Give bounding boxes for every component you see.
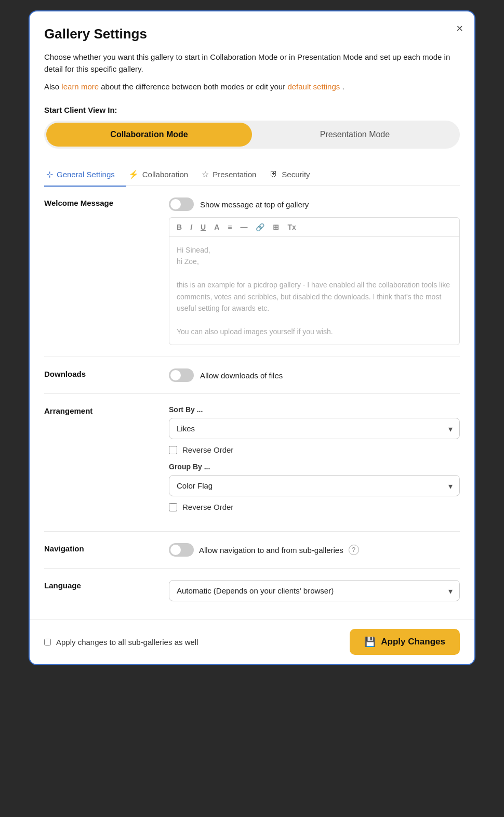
modal-header: Gallery Settings × Choose whether you wa… [30, 11, 474, 149]
apply-changes-icon: 💾 [364, 636, 376, 648]
toolbar-font-color[interactable]: A [212, 222, 221, 232]
downloads-toggle-row: Allow downloads of files [169, 368, 460, 382]
welcome-message-editor: B I U A ≡ — 🔗 ⊞ Tx Hi Sinead, hi [169, 217, 460, 345]
sort-by-wrapper: Likes Date Name Custom ▾ [169, 418, 460, 439]
start-client-label: Start Client View In: [44, 106, 460, 114]
navigation-toggle[interactable] [169, 543, 194, 557]
downloads-toggle-label: Allow downloads of files [200, 371, 283, 380]
description-prefix: Also [44, 82, 61, 91]
presentation-mode-button[interactable]: Presentation Mode [252, 123, 458, 147]
welcome-message-toggle-label: Show message at top of gallery [200, 200, 309, 209]
general-settings-icon: ⊹ [46, 169, 53, 179]
navigation-help-icon[interactable]: ? [349, 545, 359, 555]
tab-general-settings[interactable]: ⊹ General Settings [44, 163, 126, 187]
toolbar-table[interactable]: ⊞ [271, 222, 281, 232]
mode-toggle: Collaboration Mode Presentation Mode [44, 121, 460, 149]
welcome-message-content: Show message at top of gallery B I U A ≡… [169, 197, 460, 345]
tab-collaboration-label: Collaboration [142, 170, 188, 179]
modal-title: Gallery Settings [44, 26, 460, 42]
description-suffix: . [342, 82, 344, 91]
apply-changes-button[interactable]: 💾 Apply Changes [350, 629, 460, 655]
welcome-message-toggle[interactable] [169, 197, 194, 211]
tab-presentation[interactable]: ☆ Presentation [200, 163, 268, 187]
tab-security[interactable]: ⛨ Security [268, 163, 321, 187]
downloads-content: Allow downloads of files [169, 368, 460, 382]
collaboration-icon: ⚡ [128, 169, 139, 179]
language-row: Language Automatic (Depends on your clie… [44, 569, 460, 619]
arrangement-content: Sort By ... Likes Date Name Custom ▾ Rev… [169, 405, 460, 520]
arrangement-label: Arrangement [44, 405, 158, 415]
toolbar-clear-format[interactable]: Tx [285, 222, 298, 232]
apply-all-sub-galleries-checkbox[interactable] [44, 639, 51, 645]
arrangement-row: Arrangement Sort By ... Likes Date Name … [44, 394, 460, 532]
group-reverse-checkbox[interactable] [169, 503, 177, 511]
toolbar-underline[interactable]: U [198, 222, 208, 232]
sort-by-label: Sort By ... [169, 405, 460, 414]
modal-description-links: Also learn more about the difference bet… [44, 81, 460, 93]
language-content: Automatic (Depends on your clients' brow… [169, 580, 460, 608]
group-reverse-label: Reverse Order [182, 503, 233, 511]
toolbar-link[interactable]: 🔗 [254, 222, 267, 232]
apply-changes-label: Apply Changes [381, 637, 445, 647]
navigation-row: Navigation Allow navigation to and from … [44, 532, 460, 569]
language-select[interactable]: Automatic (Depends on your clients' brow… [169, 580, 460, 601]
editor-body: this is an example for a picdrop gallery… [177, 279, 452, 314]
close-button[interactable]: × [454, 21, 465, 36]
tab-security-label: Security [282, 170, 310, 179]
language-label: Language [44, 580, 158, 590]
editor-content[interactable]: Hi Sinead, hi Zoe, this is an example fo… [169, 237, 459, 345]
apply-all-sub-galleries-label: Apply changes to all sub-galleries as we… [56, 638, 198, 647]
footer-checkbox-row: Apply changes to all sub-galleries as we… [44, 638, 198, 647]
sort-reverse-order-row: Reverse Order [169, 445, 460, 454]
modal-overlay: Gallery Settings × Choose whether you wa… [0, 0, 504, 817]
learn-more-link[interactable]: learn more [61, 82, 99, 91]
group-reverse-order-row: Reverse Order [169, 503, 460, 511]
editor-toolbar: B I U A ≡ — 🔗 ⊞ Tx [169, 218, 459, 237]
settings-body: Welcome Message Show message at top of g… [30, 186, 474, 619]
security-icon: ⛨ [270, 169, 278, 179]
downloads-toggle[interactable] [169, 368, 194, 382]
downloads-row: Downloads Allow downloads of files [44, 357, 460, 394]
tab-collaboration[interactable]: ⚡ Collaboration [126, 163, 200, 187]
navigation-label: Navigation [44, 543, 158, 553]
language-wrapper: Automatic (Depends on your clients' brow… [169, 580, 460, 601]
group-by-wrapper: Color Flag None Date Name ▾ [169, 475, 460, 496]
welcome-message-row: Welcome Message Show message at top of g… [44, 186, 460, 357]
navigation-toggle-label: Allow navigation to and from sub-galleri… [199, 546, 343, 555]
modal-description: Choose whether you want this gallery to … [44, 51, 460, 75]
group-by-label: Group By ... [169, 463, 460, 471]
toolbar-unordered-list[interactable]: — [238, 222, 249, 232]
tab-general-label: General Settings [57, 170, 115, 179]
nav-toggle-row: Allow navigation to and from sub-galleri… [169, 543, 460, 557]
tab-presentation-label: Presentation [213, 170, 256, 179]
toolbar-ordered-list[interactable]: ≡ [226, 222, 234, 232]
gallery-settings-modal: Gallery Settings × Choose whether you wa… [29, 10, 475, 665]
editor-footer: You can also upload images yourself if y… [177, 326, 452, 337]
sort-reverse-label: Reverse Order [182, 445, 233, 454]
description-middle: about the difference between both modes … [101, 82, 287, 91]
toolbar-italic[interactable]: I [188, 222, 194, 232]
welcome-message-label: Welcome Message [44, 197, 158, 207]
modal-footer: Apply changes to all sub-galleries as we… [30, 619, 474, 664]
sort-reverse-checkbox[interactable] [169, 446, 177, 454]
tabs-bar: ⊹ General Settings ⚡ Collaboration ☆ Pre… [44, 163, 460, 187]
default-settings-link[interactable]: default settings [287, 82, 340, 91]
navigation-content: Allow navigation to and from sub-galleri… [169, 543, 460, 557]
toolbar-bold[interactable]: B [175, 222, 184, 232]
welcome-message-toggle-row: Show message at top of gallery [169, 197, 460, 211]
editor-line1: Hi Sinead, [177, 244, 452, 256]
group-by-select[interactable]: Color Flag None Date Name [169, 475, 460, 496]
editor-line2: hi Zoe, [177, 256, 452, 267]
collaboration-mode-button[interactable]: Collaboration Mode [46, 123, 252, 147]
sort-by-select[interactable]: Likes Date Name Custom [169, 418, 460, 439]
downloads-label: Downloads [44, 368, 158, 378]
presentation-icon: ☆ [202, 169, 209, 179]
